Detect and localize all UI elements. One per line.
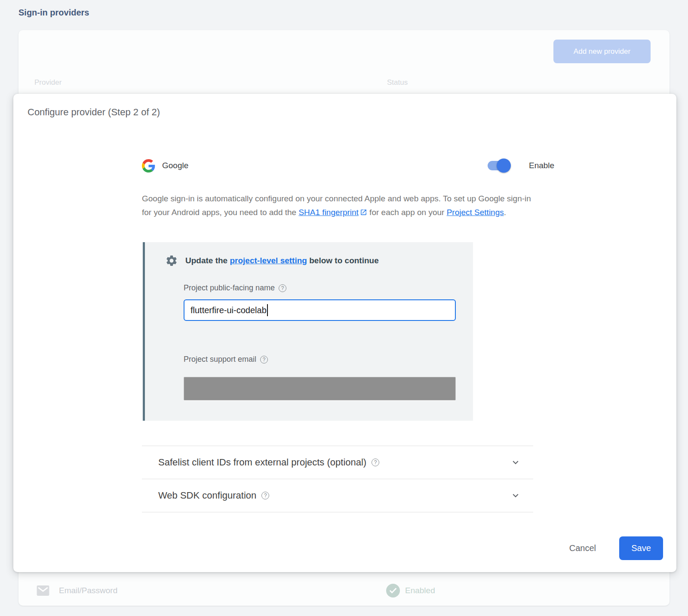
google-logo-icon [142,159,155,172]
public-name-label: Project public-facing name ? [184,283,286,293]
accordion-sections: Safelist client IDs from external projec… [142,446,533,512]
configure-provider-dialog: Configure provider (Step 2 of 2) Google … [13,94,676,572]
public-name-value: flutterfire-ui-codelab [190,305,267,315]
enable-toggle-group: Enable [488,161,554,170]
chevron-down-icon [510,490,521,501]
external-link-icon [360,209,367,216]
cancel-button[interactable]: Cancel [562,540,603,557]
status-badge: Enabled [405,586,435,595]
add-new-provider-button[interactable]: Add new provider [553,40,651,63]
page-title: Sign-in providers [18,8,89,18]
section-label: Safelist client IDs from external projec… [158,457,366,468]
project-settings-link[interactable]: Project Settings [447,208,504,217]
save-button[interactable]: Save [619,536,663,560]
chevron-down-icon [510,457,521,468]
support-email-label-text: Project support email [184,355,256,364]
enable-label: Enable [529,161,554,170]
project-settings-panel: Update the project-level setting below t… [143,242,473,421]
column-header-status: Status [387,78,408,87]
provider-row-label: Email/Password [59,586,117,595]
table-row-email-password[interactable]: Email/Password Enabled [18,576,670,606]
support-email-select[interactable] [184,377,456,400]
notice-text: Update the project-level setting below t… [185,256,379,265]
status-cell: Enabled [386,584,435,598]
help-circle-icon[interactable]: ? [372,459,379,466]
sha1-fingerprint-link[interactable]: SHA1 fingerprint [298,208,358,217]
dialog-title: Configure provider (Step 2 of 2) [28,107,160,118]
help-circle-icon[interactable]: ? [261,492,269,499]
provider-description: Google sign-in is automatically configur… [142,192,535,219]
provider-cell: Email/Password [37,585,117,596]
description-text: . [504,208,506,217]
column-header-provider: Provider [34,78,61,87]
notice-text-part: below to continue [307,256,379,265]
public-name-label-text: Project public-facing name [184,283,275,293]
toggle-knob [497,159,511,173]
enable-toggle[interactable] [488,161,510,170]
public-name-input[interactable]: flutterfire-ui-codelab [184,299,456,321]
help-circle-icon[interactable]: ? [260,356,268,363]
notice-row: Update the project-level setting below t… [165,254,379,267]
envelope-icon [37,585,49,596]
notice-text-part: Update the [185,256,230,265]
provider-name: Google [162,161,188,170]
dialog-actions: Cancel Save [562,536,663,560]
text-cursor [267,304,268,316]
section-safelist-client-ids[interactable]: Safelist client IDs from external projec… [142,446,533,479]
support-email-label: Project support email ? [184,355,268,364]
google-provider-row: Google Enable [142,156,547,176]
check-circle-icon [386,584,400,598]
page-root: { "page": { "heading": "Sign-in provider… [0,0,688,616]
help-circle-icon[interactable]: ? [279,284,286,292]
section-web-sdk-configuration[interactable]: Web SDK configuration ? [142,479,533,512]
gear-icon [165,254,178,267]
description-text: for each app on your [367,208,447,217]
project-level-setting-link[interactable]: project-level setting [230,256,307,265]
section-label: Web SDK configuration [158,490,256,501]
